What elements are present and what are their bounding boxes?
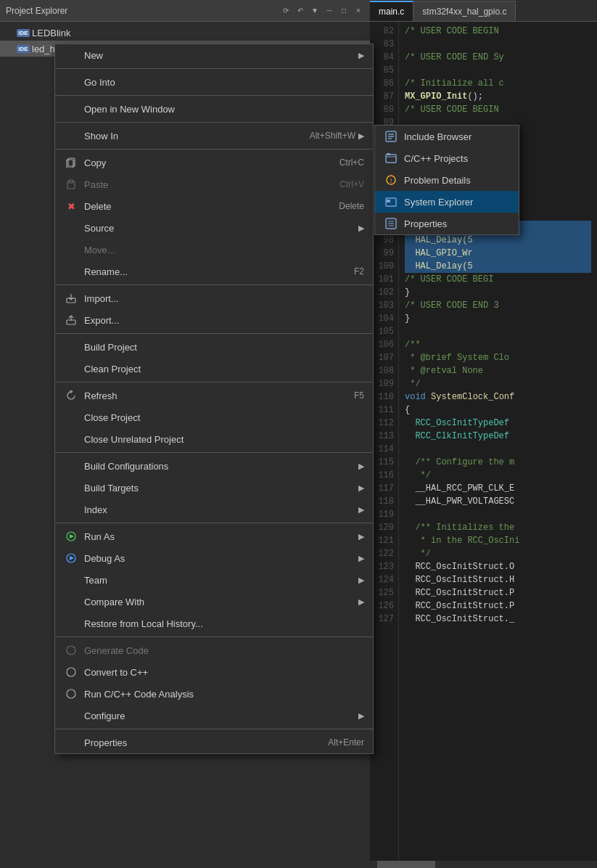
panel-header: Project Explorer ⟳ ↶ ▼ ─ □ × — [0, 0, 370, 22]
code-line-84: /* USER CODE END Sy — [405, 51, 591, 64]
code-line-123: RCC_OscInitStruct.O — [405, 560, 591, 573]
sep10 — [55, 636, 373, 637]
code-line-119 — [405, 508, 591, 521]
system-explorer-icon — [384, 196, 398, 208]
code-line-111: { — [405, 404, 591, 417]
menu-item-refresh[interactable]: Refresh F5 — [55, 385, 373, 406]
code-line-114 — [405, 443, 591, 456]
menu-item-compare-with[interactable]: Compare With ▶ — [55, 591, 373, 613]
submenu-item-system-explorer-label: System Explorer — [404, 197, 473, 208]
maximize-icon[interactable]: □ — [338, 5, 350, 17]
submenu-item-properties[interactable]: Properties — [375, 213, 519, 234]
menu-item-run-analysis[interactable]: Run C/C++ Code Analysis — [55, 683, 373, 705]
tree-item-led-hal-blink-icon: IDE — [17, 43, 29, 54]
sep1 — [55, 68, 373, 69]
compare-with-arrow: ▶ — [358, 597, 364, 607]
menu-item-delete[interactable]: ✖ Delete Delete — [55, 195, 373, 217]
move-icon — [64, 242, 78, 257]
build-targets-icon — [64, 480, 78, 495]
menu-item-build-project[interactable]: Build Project — [55, 336, 373, 358]
paste-icon — [64, 177, 78, 192]
sep9 — [55, 523, 373, 523]
code-line-122: */ — [405, 547, 591, 560]
sep2 — [55, 95, 373, 96]
menu-item-rename[interactable]: Rename... F2 — [55, 261, 373, 282]
go-into-icon — [64, 75, 78, 89]
horizontal-scrollbar[interactable] — [370, 861, 597, 868]
code-line-105 — [405, 325, 591, 338]
svg-rect-9 — [387, 200, 390, 202]
sep5 — [55, 284, 373, 285]
menu-item-close-unrelated[interactable]: Close Unrelated Project — [55, 428, 373, 450]
sync-icon[interactable]: ⟳ — [280, 5, 292, 17]
close-icon[interactable]: × — [353, 5, 364, 17]
menu-item-open-new-window[interactable]: Open in New Window — [55, 98, 373, 120]
editor-tab-main-c[interactable]: main.c — [370, 1, 413, 21]
code-line-103: /* USER CODE END 3 — [405, 299, 591, 312]
sep3 — [55, 122, 373, 123]
problem-details-icon: ! — [384, 174, 398, 186]
new-arrow: ▶ — [358, 51, 364, 60]
back-icon[interactable]: ↶ — [295, 5, 306, 17]
menu-item-go-into[interactable]: Go Into — [55, 71, 373, 93]
code-line-107: * @brief System Clo — [405, 351, 591, 364]
menu-item-build-targets[interactable]: Build Targets ▶ — [55, 477, 373, 499]
panel-title: Project Explorer — [6, 6, 276, 16]
menu-item-source[interactable]: Source ▶ — [55, 217, 373, 239]
code-line-118: __HAL_PWR_VOLTAGESC — [405, 495, 591, 508]
menu-item-paste[interactable]: Paste Ctrl+V — [55, 173, 373, 195]
code-line-127: RCC_OscInitStruct._ — [405, 613, 591, 626]
menu-item-move[interactable]: Move... — [55, 239, 373, 261]
filter-icon[interactable]: ▼ — [309, 5, 321, 17]
menu-item-import[interactable]: Import... — [55, 287, 373, 309]
rename-icon — [64, 264, 78, 279]
submenu-item-include-browser[interactable]: Include Browser — [375, 126, 519, 147]
code-line-83 — [405, 38, 591, 51]
menu-item-close-project[interactable]: Close Project — [55, 406, 373, 428]
open-new-window-icon — [64, 102, 78, 116]
build-configs-arrow: ▶ — [358, 462, 364, 471]
menu-item-convert-cpp[interactable]: Convert to C++ — [55, 661, 373, 683]
menu-item-run-as[interactable]: Run As ▶ — [55, 525, 373, 547]
minimize-icon[interactable]: ─ — [324, 5, 335, 17]
menu-item-show-in[interactable]: Show In Alt+Shift+W ▶ Include Browser C/… — [55, 125, 373, 147]
source-arrow: ▶ — [358, 224, 364, 233]
menu-item-copy[interactable]: Copy Ctrl+C — [55, 152, 373, 173]
clean-project-icon — [64, 361, 78, 376]
scrollbar-thumb[interactable] — [377, 861, 435, 868]
code-line-100: HAL_Delay(5 — [405, 260, 591, 273]
tree-item-ledblink[interactable]: IDE LEDBlink — [0, 25, 370, 41]
menu-item-debug-as[interactable]: Debug As ▶ — [55, 547, 373, 569]
delete-icon: ✖ — [64, 199, 78, 213]
menu-item-new[interactable]: New ▶ — [55, 44, 373, 66]
menu-item-index[interactable]: Index ▶ — [55, 499, 373, 520]
menu-item-properties[interactable]: Properties Alt+Enter — [55, 732, 373, 753]
code-line-125: RCC_OscInitStruct.P — [405, 586, 591, 599]
menu-item-clean-project[interactable]: Clean Project — [55, 358, 373, 380]
menu-item-generate-code[interactable]: Generate Code — [55, 639, 373, 661]
run-as-arrow: ▶ — [358, 532, 364, 541]
menu-item-team[interactable]: Team ▶ — [55, 569, 373, 591]
menu-item-restore-history[interactable]: Restore from Local History... — [55, 613, 373, 634]
code-line-116: */ — [405, 469, 591, 482]
code-line-110: void SystemClock_Conf — [405, 390, 591, 404]
configure-icon — [64, 708, 78, 723]
svg-marker-23 — [70, 534, 74, 539]
index-icon — [64, 502, 78, 517]
code-line-104: } — [405, 312, 591, 325]
tree-item-ledblink-label: LEDBlink — [32, 28, 70, 38]
editor-tab-gpio[interactable]: stm32f4xx_hal_gpio.c — [413, 1, 516, 21]
code-line-112: RCC_OscInitTypeDef — [405, 417, 591, 430]
menu-item-configure[interactable]: Configure ▶ — [55, 705, 373, 726]
submenu-item-system-explorer[interactable]: System Explorer — [375, 191, 519, 213]
code-line-109: */ — [405, 377, 591, 390]
submenu-item-problem-details-label: Problem Details — [404, 175, 471, 186]
svg-point-26 — [67, 646, 75, 655]
close-unrelated-icon — [64, 432, 78, 446]
refresh-icon — [64, 388, 78, 403]
submenu-item-cpp-projects[interactable]: C/C++ Projects — [375, 147, 519, 169]
menu-item-build-configs[interactable]: Build Configurations ▶ — [55, 455, 373, 477]
menu-item-export[interactable]: Export... — [55, 309, 373, 331]
code-line-85 — [405, 64, 591, 77]
submenu-item-problem-details[interactable]: ! Problem Details — [375, 169, 519, 191]
